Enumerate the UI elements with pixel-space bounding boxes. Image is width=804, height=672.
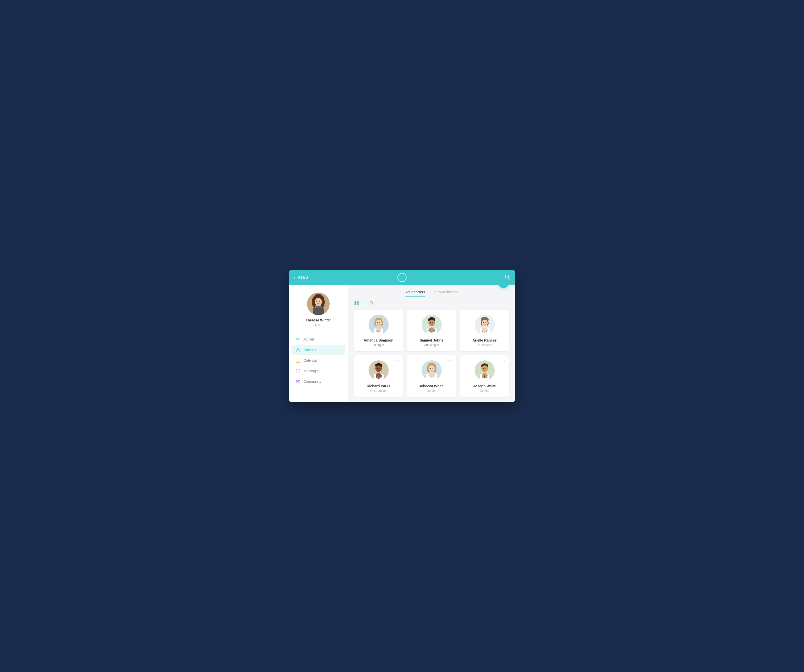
sidebar-item-calendar-label: Calendar [304,358,318,362]
community-icon [296,379,301,384]
right-panel: Your doctors Saved doctors [348,285,515,402]
doctor-card[interactable]: ··· [354,310,403,352]
sidebar-item-activity[interactable]: Activity [291,334,345,344]
menu-label: MENU [297,276,308,280]
svg-point-64 [377,368,378,369]
activity-icon [296,337,301,342]
svg-point-77 [428,373,435,378]
avatar [307,293,330,315]
svg-point-73 [429,365,435,372]
svg-point-45 [429,320,435,326]
tabs: Your doctors Saved doctors [354,290,509,296]
svg-point-37 [376,320,382,326]
sidebar-nav: Activity Doctors [289,334,348,386]
user-location: NYC [315,323,321,327]
doctor-card[interactable]: ··· [407,310,456,352]
doctor-avatar [475,315,495,335]
doctor-specialty: Cardiologist [477,343,492,347]
doctor-specialty: Dentist [480,389,489,392]
doctors-grid: ··· [354,310,509,397]
svg-rect-17 [297,361,298,361]
svg-point-30 [370,301,373,304]
header: ‹ MENU [289,270,515,285]
doctor-name: Rebecca Wheel [418,384,444,388]
calendar-icon [296,358,301,363]
doctor-icon [296,347,301,352]
svg-rect-25 [355,303,356,305]
app-logo [397,273,407,282]
doctor-specialty: Audiologist [424,343,439,347]
svg-point-83 [485,368,486,369]
svg-line-1 [508,278,510,279]
doctor-avatar [369,360,389,381]
tab-your-doctors[interactable]: Your doctors [405,290,425,296]
svg-point-47 [432,322,433,323]
svg-point-19 [296,380,298,381]
svg-line-31 [373,304,374,305]
svg-point-63 [376,365,382,372]
svg-point-82 [483,368,484,369]
search-filter-icon[interactable] [369,301,374,306]
sidebar-item-doctors[interactable]: Doctors [291,345,345,355]
add-doctor-button[interactable] [498,285,509,288]
sidebar-item-doctors-label: Doctors [304,348,315,352]
list-view-icon[interactable] [361,301,366,306]
svg-point-39 [379,322,381,323]
doctor-card[interactable]: ··· [460,355,509,397]
svg-point-8 [316,301,317,302]
svg-point-20 [299,380,300,381]
card-menu-icon[interactable]: ··· [448,312,453,317]
doctor-avatar [475,360,495,381]
sidebar-item-community[interactable]: Community [291,376,345,386]
doctor-avatar [369,315,389,335]
doctor-name: Richard Parks [366,384,390,388]
user-name: Theresa Winter [306,318,331,322]
svg-rect-13 [296,359,300,362]
back-icon: ‹ [294,275,296,280]
doctor-name: Joseph Waite [473,384,496,388]
svg-rect-11 [313,307,324,315]
svg-point-49 [429,327,435,332]
doctor-name: Arielle Rances [472,338,497,342]
doctor-specialty: Chiropractor [370,389,387,392]
sidebar-item-messages-label: Messages [304,369,320,373]
svg-point-56 [483,322,484,323]
svg-point-9 [319,301,320,302]
svg-rect-24 [357,301,358,303]
sidebar-item-messages[interactable]: Messages [291,366,345,376]
doctor-card[interactable]: ··· [460,310,509,352]
svg-point-81 [482,365,488,372]
card-menu-icon[interactable]: ··· [501,312,505,317]
svg-point-57 [485,322,486,323]
card-menu-icon[interactable]: ··· [501,358,505,363]
doctor-name: Samuel Johns [420,338,443,342]
messages-icon [296,368,301,373]
svg-point-65 [379,368,381,369]
svg-point-75 [432,368,433,369]
menu-button[interactable]: ‹ MENU [294,275,308,280]
sidebar: Theresa Winter NYC Activity [289,285,348,402]
card-menu-icon[interactable]: ··· [448,358,453,363]
svg-rect-23 [355,301,356,303]
main-content: Theresa Winter NYC Activity [289,285,515,402]
header-search-icon[interactable] [505,274,510,281]
svg-rect-18 [296,369,300,372]
toolbar [354,301,509,306]
svg-point-67 [376,373,382,378]
doctor-specialty: Dentist [427,389,436,392]
svg-point-41 [376,328,381,332]
sidebar-item-community-label: Community [304,379,321,384]
doctor-card[interactable]: ··· [354,355,403,397]
svg-point-55 [482,320,488,326]
card-menu-icon[interactable]: ··· [395,312,399,317]
card-menu-icon[interactable]: ··· [395,358,399,363]
tab-saved-doctors[interactable]: Saved doctors [435,290,458,296]
doctor-card[interactable]: ··· [407,355,456,397]
sidebar-item-calendar[interactable]: Calendar [291,355,345,365]
doctor-specialty: Allergist [373,343,384,347]
svg-point-46 [430,322,431,323]
doctor-avatar [422,315,442,335]
grid-view-icon[interactable] [354,301,359,306]
svg-point-38 [377,322,378,323]
svg-point-12 [297,348,299,350]
